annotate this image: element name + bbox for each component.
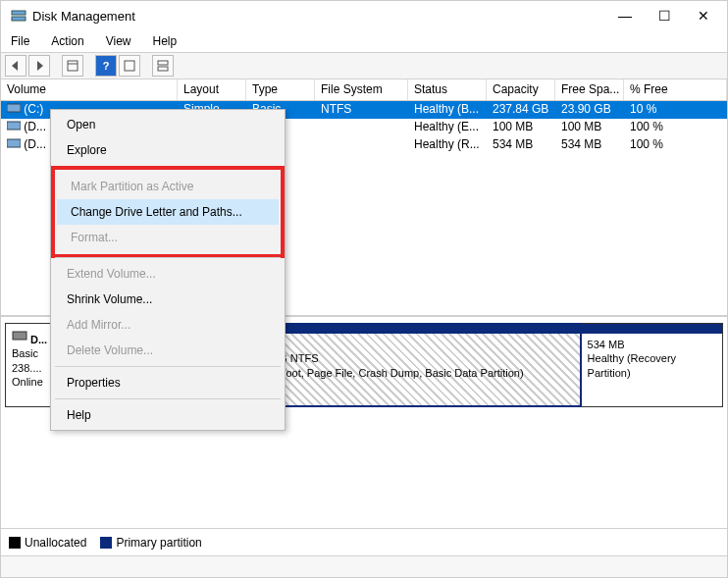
col-layout[interactable]: Layout [178,79,246,100]
col-capacity[interactable]: Capacity [487,79,555,100]
ctx-format: Format... [57,225,279,250]
menu-help[interactable]: Help [149,32,182,50]
legend-primary: Primary partition [100,536,201,550]
ctx-change-drive-letter[interactable]: Change Drive Letter and Paths... [57,199,279,225]
app-icon [11,8,26,24]
disk-icon [12,334,27,345]
window-buttons: — ☐ ✕ [605,2,723,29]
svg-rect-9 [7,139,21,147]
svg-rect-5 [158,61,168,65]
svg-rect-7 [7,104,21,112]
col-volume[interactable]: Volume [1,79,178,100]
ctx-delete: Delete Volume... [53,338,283,363]
volume-list-header: Volume Layout Type File System Status Ca… [1,79,727,101]
titlebar: Disk Management — ☐ ✕ [1,1,727,30]
ctx-mark-active: Mark Partition as Active [57,174,279,199]
vol-name: (D... [24,120,46,133]
disk-management-window: Disk Management — ☐ ✕ File Action View H… [0,0,728,578]
svg-rect-10 [13,332,26,340]
menubar: File Action View Help [1,30,727,52]
context-menu: Open Explore Mark Partition as Active Ch… [50,109,286,431]
ctx-mirror: Add Mirror... [53,312,283,338]
col-status[interactable]: Status [408,79,487,100]
vol-name: (D... [24,137,46,151]
window-title: Disk Management [32,9,605,24]
menu-file[interactable]: File [7,32,33,50]
drive-icon [7,102,21,117]
close-button[interactable]: ✕ [684,2,723,29]
legend-unallocated: Unallocated [9,536,86,550]
svg-rect-1 [12,17,26,21]
help-btn[interactable]: ? [95,55,117,77]
partition[interactable]: 534 MB Healthy (Recovery Partition) [582,323,723,407]
legend: Unallocated Primary partition [1,528,727,555]
ctx-shrink[interactable]: Shrink Volume... [53,287,283,312]
drive-icon [7,120,21,134]
vol-name: (C:) [24,102,43,116]
maximize-button[interactable]: ☐ [645,2,684,29]
toolbar-btn-3[interactable] [152,55,174,77]
ctx-extend: Extend Volume... [53,261,283,287]
svg-rect-6 [158,67,168,71]
toolbar-btn-1[interactable] [62,55,83,77]
menu-action[interactable]: Action [47,32,87,50]
toolbar: ? [1,52,727,79]
highlight-box: Mark Partition as Active Change Drive Le… [51,166,285,258]
svg-rect-2 [68,61,78,71]
col-filesystem[interactable]: File System [315,79,408,100]
svg-rect-8 [7,122,21,130]
ctx-help[interactable]: Help [53,402,283,428]
ctx-open[interactable]: Open [53,112,283,137]
svg-rect-4 [125,61,134,71]
forward-button[interactable] [28,55,50,77]
ctx-properties[interactable]: Properties [53,370,283,395]
toolbar-btn-2[interactable] [119,55,140,77]
col-type[interactable]: Type [246,79,315,100]
back-button[interactable] [5,55,26,77]
col-pctfree[interactable]: % Free [624,79,727,100]
ctx-explore[interactable]: Explore [53,137,283,163]
col-free[interactable]: Free Spa... [555,79,624,100]
minimize-button[interactable]: — [605,2,645,29]
drive-icon [7,137,21,152]
status-bar [1,555,727,577]
svg-rect-0 [12,11,26,15]
menu-view[interactable]: View [102,32,135,50]
